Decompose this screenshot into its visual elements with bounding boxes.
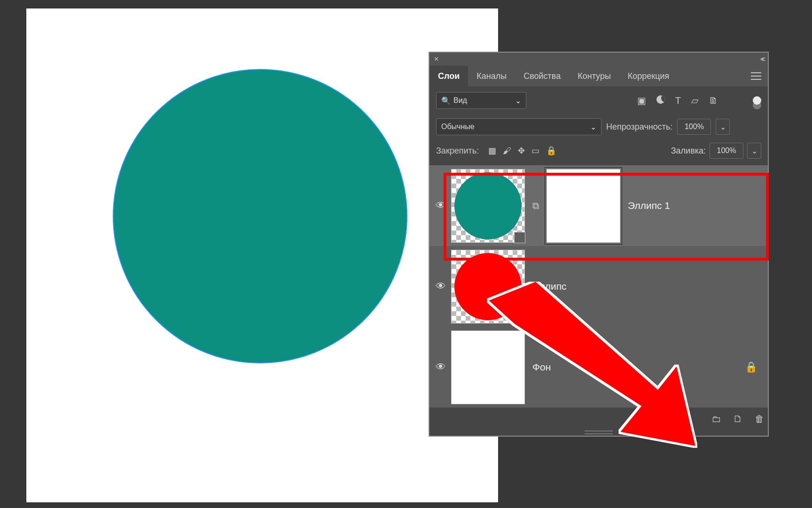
delete-layer-icon[interactable]: 🗑: [755, 414, 764, 424]
lock-label: Закрепить:: [436, 146, 479, 156]
layer-row-ellipse-1[interactable]: 👁 ⧉ Эллипс 1: [429, 165, 768, 246]
blend-mode-dropdown[interactable]: Обычные ⌄: [436, 118, 601, 135]
panel-menu-icon[interactable]: [751, 72, 761, 80]
layer-filter-row: 🔍Вид ⌄ ▣ T ▱ 🗎: [429, 86, 768, 115]
blend-mode-value: Обычные: [441, 123, 475, 131]
filter-pixel-icon[interactable]: ▣: [637, 95, 646, 106]
new-layer-icon[interactable]: 🗋: [733, 414, 742, 424]
panel-tabs: Слои Каналы Свойства Контуры Коррекция: [429, 66, 768, 86]
layer-fx-icon[interactable]: fx ▾: [656, 414, 667, 424]
shape-layer-badge-icon: [514, 232, 525, 243]
layer-name[interactable]: Эллипс: [532, 281, 567, 292]
chevron-down-icon: ⌄: [590, 123, 596, 131]
lock-position-icon[interactable]: ✥: [518, 146, 525, 156]
opacity-dropdown-icon[interactable]: ⌄: [716, 119, 730, 135]
chevron-down-icon: ⌄: [515, 96, 521, 105]
lock-artboard-icon[interactable]: ▭: [531, 146, 539, 156]
layer-thumb[interactable]: [451, 331, 525, 404]
filter-adjustment-icon[interactable]: [656, 95, 665, 106]
opacity-label: Непрозрачность:: [606, 122, 672, 132]
blend-opacity-row: Обычные ⌄ Непрозрачность: 100% ⌄: [429, 115, 768, 139]
close-panel-icon[interactable]: ×: [434, 55, 438, 63]
lock-image-icon[interactable]: 🖌: [503, 146, 511, 156]
lock-all-icon[interactable]: 🔒: [546, 146, 556, 156]
layers-list: 👁 ⧉ Эллипс 1 👁 Эллипс 👁 Фон 🔒: [429, 165, 768, 408]
layer-thumb-shape[interactable]: [451, 250, 525, 323]
filter-type-icon[interactable]: T: [675, 95, 681, 106]
filter-shape-icon[interactable]: ▱: [691, 95, 698, 106]
lock-fill-row: Закрепить: ▩ 🖌 ✥ ▭ 🔒 Заливка: 100% ⌄: [429, 139, 768, 165]
opacity-value[interactable]: 100%: [677, 119, 711, 135]
visibility-toggle-icon[interactable]: 👁: [435, 200, 446, 212]
link-layers-icon[interactable]: ⚭: [636, 413, 644, 424]
layer-row-ellipse[interactable]: 👁 Эллипс: [429, 246, 768, 327]
mask-link-icon[interactable]: ⧉: [530, 200, 542, 211]
collapse-panel-icon[interactable]: <<: [760, 55, 763, 63]
layers-panel: × << Слои Каналы Свойства Контуры Коррек…: [429, 52, 769, 437]
layer-thumb-shape[interactable]: [451, 169, 525, 243]
fill-value[interactable]: 100%: [710, 143, 743, 159]
lock-transparent-icon[interactable]: ▩: [488, 146, 496, 156]
fill-dropdown-icon[interactable]: ⌄: [747, 143, 761, 159]
filter-smartobject-icon[interactable]: 🗎: [709, 95, 718, 106]
tab-properties[interactable]: Свойства: [515, 66, 569, 86]
layer-mask-thumb[interactable]: [547, 169, 620, 243]
filter-toggle-icon[interactable]: [753, 96, 761, 105]
panel-bottom-bar: ⚭ fx ▾ ◑ 🗀 🗋 🗑: [429, 408, 768, 429]
tab-adjustments[interactable]: Коррекция: [619, 66, 678, 86]
visibility-toggle-icon[interactable]: 👁: [435, 280, 446, 292]
panel-titlebar: × <<: [429, 53, 768, 66]
tab-layers[interactable]: Слои: [429, 66, 468, 86]
layer-name[interactable]: Эллипс 1: [628, 200, 670, 211]
layer-name[interactable]: Фон: [532, 362, 551, 373]
canvas-ellipse-shape[interactable]: [113, 69, 407, 363]
new-group-icon[interactable]: 🗀: [711, 414, 721, 424]
panel-resize-grip[interactable]: [429, 429, 768, 436]
locked-layer-icon[interactable]: 🔒: [745, 361, 757, 373]
filter-kind-dropdown[interactable]: 🔍Вид ⌄: [436, 92, 526, 109]
tab-paths[interactable]: Контуры: [569, 66, 619, 86]
canvas-document[interactable]: [26, 8, 498, 502]
add-mask-icon[interactable]: ◑: [679, 413, 687, 424]
search-icon: 🔍: [441, 96, 451, 105]
visibility-toggle-icon[interactable]: 👁: [435, 361, 446, 373]
filter-kind-label: Вид: [453, 96, 467, 105]
tab-channels[interactable]: Каналы: [468, 66, 515, 86]
layer-row-background[interactable]: 👁 Фон 🔒: [429, 327, 768, 408]
fill-label: Заливка:: [671, 146, 706, 156]
